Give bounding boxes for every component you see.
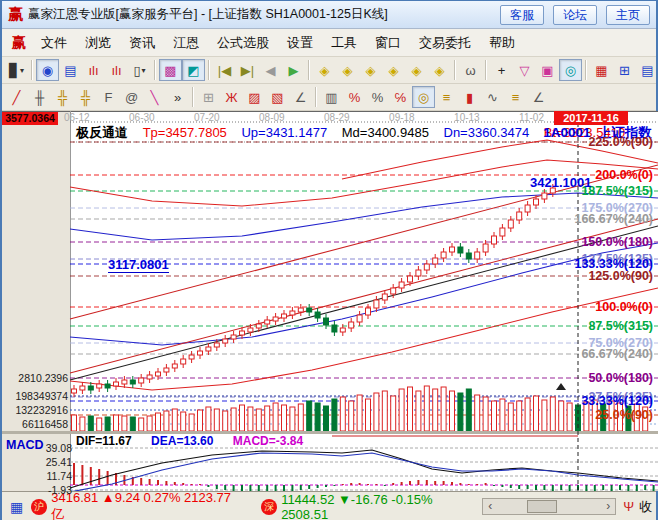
pink-pencil-icon[interactable]: ╲ bbox=[143, 86, 166, 108]
scrollbar-track[interactable] bbox=[497, 499, 601, 514]
broadcast-icon: Ψ bbox=[623, 499, 634, 514]
toolbar-drawing: ╱╫╬╬F@╲»⊞Ж▨▧∠▥%%℅◎≡▮∿≡∠ bbox=[2, 84, 656, 111]
gold-lines-icon[interactable]: ≡ bbox=[435, 86, 458, 108]
cup-tool-icon[interactable]: ▣ bbox=[536, 59, 559, 81]
channel-name: 极反通道 bbox=[76, 125, 128, 140]
yellow-diamond-h-icon[interactable]: ◈ bbox=[359, 59, 382, 81]
spiral-icon[interactable]: @ bbox=[120, 86, 143, 108]
percent-icon[interactable]: % bbox=[366, 86, 389, 108]
percent-level-label: 125.0%(90) bbox=[588, 269, 653, 283]
percent-line-icon[interactable]: % bbox=[343, 86, 366, 108]
menu-item-4[interactable]: 公式选股 bbox=[208, 32, 278, 54]
gann-grid-icon[interactable]: ╫ bbox=[28, 86, 51, 108]
prev-page-icon[interactable]: ◀ bbox=[259, 59, 282, 81]
menu-item-0[interactable]: 文件 bbox=[32, 32, 76, 54]
bar-3-icon[interactable]: ılı bbox=[82, 59, 105, 81]
angle-line-icon[interactable]: ∠ bbox=[289, 86, 312, 108]
notebook-icon[interactable]: ▤ bbox=[636, 59, 656, 81]
calculator-icon[interactable]: ⊞ bbox=[613, 59, 636, 81]
crosshair-icon[interactable]: + bbox=[490, 59, 513, 81]
gold-level2-icon[interactable]: ≡ bbox=[504, 86, 527, 108]
app-window: 赢 赢家江恩专业版[赢家服务平台] - [上证指数 SH1A0001-125日K… bbox=[0, 0, 658, 520]
bar-stat-icon[interactable]: ▥ bbox=[320, 86, 343, 108]
menu-item-5[interactable]: 设置 bbox=[278, 32, 322, 54]
scroll-left-icon[interactable]: ‹ bbox=[483, 499, 497, 514]
yellow-diamond-cross-icon[interactable]: ◈ bbox=[405, 59, 428, 81]
app-logo-icon: 赢 bbox=[8, 5, 23, 24]
scroll-right-icon[interactable]: › bbox=[601, 499, 615, 514]
date-tick-label: 08-29 bbox=[324, 112, 350, 123]
percent-level-label: 33.33%(120) bbox=[581, 394, 653, 408]
channel-md-value: Md=3400.9485 bbox=[342, 125, 429, 140]
last-page-icon[interactable]: ▶| bbox=[236, 59, 259, 81]
gold-circle-icon[interactable]: ◎ bbox=[412, 86, 435, 108]
box-frame-icon[interactable]: ⊞ bbox=[197, 86, 220, 108]
next-page-icon[interactable]: ▶ bbox=[282, 59, 305, 81]
yellow-diamond-x-icon[interactable]: ◈ bbox=[382, 59, 405, 81]
chart-style-icon[interactable]: ▊▾ bbox=[5, 59, 28, 81]
shanghai-market-icon[interactable]: 沪 bbox=[31, 499, 47, 515]
gold-grid-icon[interactable]: ╬ bbox=[51, 86, 74, 108]
price-mark-icon[interactable]: ▮ bbox=[458, 86, 481, 108]
menu-item-6[interactable]: 工具 bbox=[322, 32, 366, 54]
toolbar-separator bbox=[192, 87, 194, 107]
date-tick-label: 10-13 bbox=[454, 112, 480, 123]
calendar-icon[interactable]: ▦ bbox=[590, 59, 613, 81]
scrollbar-thumb[interactable] bbox=[527, 500, 557, 513]
chart-high-price-label: 3577.0364 bbox=[2, 112, 58, 125]
yellow-diamond-right-icon[interactable]: ◈ bbox=[313, 59, 336, 81]
date-axis: 06-1206-3007-2008-0908-2909-1810-1311-02 bbox=[64, 112, 544, 123]
forum-button[interactable]: 论坛 bbox=[553, 5, 597, 25]
title-bar: 赢 赢家江恩专业版[赢家服务平台] - [上证指数 SH1A0001-125日K… bbox=[2, 1, 656, 29]
price-label-3421: 3421.1001 bbox=[530, 175, 591, 190]
channel-tp-value: Tp=3457.7805 bbox=[143, 125, 227, 140]
chart-area[interactable]: 3577.0364 06-1206-3007-2008-0908-2909-18… bbox=[2, 111, 656, 491]
receive-label: 收 bbox=[639, 498, 652, 516]
status-bar: ▦ 沪 3416.81 ▲9.24 0.27% 2123.77亿 深 11444… bbox=[2, 491, 656, 520]
bar-9-icon[interactable]: ılı bbox=[105, 59, 128, 81]
trend-network-icon[interactable]: ◉ bbox=[36, 59, 59, 81]
pattern-icon[interactable]: ▩ bbox=[159, 59, 182, 81]
grid-view-icon[interactable]: ▦ bbox=[10, 499, 23, 515]
menu-item-2[interactable]: 资讯 bbox=[120, 32, 164, 54]
horizontal-scrollbar[interactable]: ‹ › bbox=[482, 498, 616, 515]
fibonacci-grid-icon[interactable]: F bbox=[97, 86, 120, 108]
dropdown-caret-icon: ▾ bbox=[20, 66, 24, 75]
dropdown-caret-icon: ▾ bbox=[142, 66, 146, 75]
macd-info-row: DIF=11.67 DEA=13.60 MACD=-3.84 bbox=[76, 434, 319, 448]
gold-grid2-icon[interactable]: ╬ bbox=[74, 86, 97, 108]
pencil-draw-icon[interactable]: ╱ bbox=[5, 86, 28, 108]
date-tick-label: 06-30 bbox=[129, 112, 155, 123]
percent-levels-icon[interactable]: ℅ bbox=[389, 86, 412, 108]
menu-item-8[interactable]: 交易委托 bbox=[410, 32, 480, 54]
date-tick-label: 09-18 bbox=[389, 112, 415, 123]
shanghai-index-quote: 3416.81 ▲9.24 0.27% 2123.77亿 bbox=[51, 490, 243, 520]
macd-tick-4: -1.93 bbox=[2, 484, 72, 496]
flag-tool-icon[interactable]: ▽ bbox=[513, 59, 536, 81]
mid-price-label: 2810.2396 bbox=[2, 372, 68, 384]
menu-item-7[interactable]: 窗口 bbox=[366, 32, 410, 54]
percent-level-label: 100.0%(0) bbox=[595, 300, 653, 314]
window-title: 赢家江恩专业版[赢家服务平台] - [上证指数 SH1A0001-125日K线] bbox=[28, 6, 491, 23]
percent-level-label: 50.0%(180) bbox=[588, 371, 653, 385]
home-button[interactable]: 主页 bbox=[606, 5, 650, 25]
color-chart-icon[interactable]: ◩ bbox=[182, 59, 205, 81]
gann-square-icon[interactable]: ▧ bbox=[266, 86, 289, 108]
menu-item-3[interactable]: 江恩 bbox=[164, 32, 208, 54]
yellow-diamond-left-icon[interactable]: ◈ bbox=[336, 59, 359, 81]
service-button[interactable]: 客服 bbox=[500, 5, 544, 25]
shenzhen-market-icon[interactable]: 深 bbox=[261, 499, 277, 515]
menu-item-9[interactable]: 帮助 bbox=[480, 32, 524, 54]
yellow-diamond-v-icon[interactable]: ◈ bbox=[428, 59, 451, 81]
brain-tool-icon[interactable]: ◎ bbox=[559, 59, 582, 81]
wave-icon[interactable]: ∿ bbox=[481, 86, 504, 108]
first-page-icon[interactable]: |◀ bbox=[213, 59, 236, 81]
info-document-icon[interactable]: ▤ bbox=[59, 59, 82, 81]
fan-lines-icon[interactable]: Ж bbox=[220, 86, 243, 108]
candle-period-icon[interactable]: ▯▾ bbox=[128, 59, 151, 81]
angle-wedge-icon[interactable]: ∠ bbox=[527, 86, 550, 108]
menu-item-1[interactable]: 浏览 bbox=[76, 32, 120, 54]
hand-tool-icon[interactable]: ω bbox=[459, 59, 482, 81]
gann-box-icon[interactable]: ▨ bbox=[243, 86, 266, 108]
more-tools-icon[interactable]: » bbox=[166, 86, 189, 108]
